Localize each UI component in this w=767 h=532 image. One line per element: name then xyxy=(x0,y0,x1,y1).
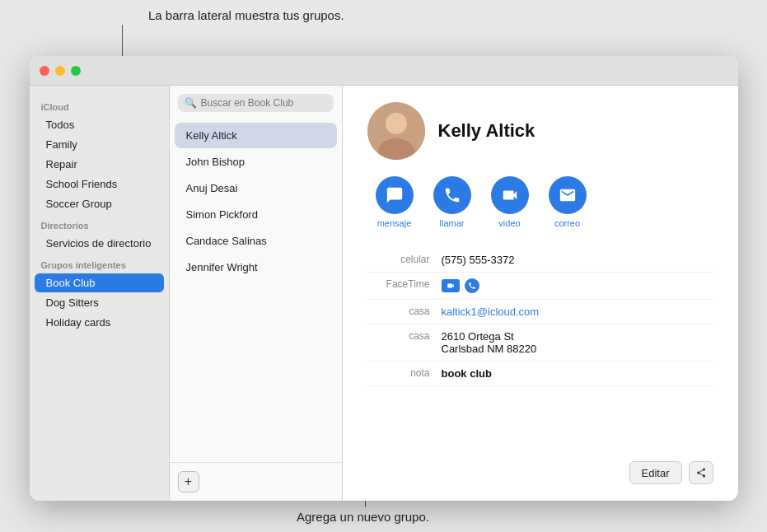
detail-footer: Editar xyxy=(367,445,713,484)
info-row-email: casa kaltick1@icloud.com xyxy=(367,300,713,324)
maximize-button[interactable] xyxy=(71,66,81,76)
action-video[interactable]: video xyxy=(491,176,529,228)
sidebar-section-directorios: Directorios Servicios de directorio xyxy=(30,214,169,253)
email-label: casa xyxy=(367,306,442,317)
contact-header: Kelly Altick xyxy=(367,102,713,160)
main-window: iCloud Todos Family Repair School Friend… xyxy=(30,56,738,501)
edit-button[interactable]: Editar xyxy=(629,461,682,484)
annotation-bottom: Agrega un nuevo grupo. xyxy=(297,510,429,524)
contact-detail: Kelly Altick mensaje llamar xyxy=(343,86,738,501)
message-label: mensaje xyxy=(377,218,412,228)
sidebar-item-soccer-group[interactable]: Soccer Group xyxy=(35,194,164,213)
sidebar-section-label-directorios: Directorios xyxy=(30,214,169,233)
action-mail[interactable]: correo xyxy=(549,176,587,228)
sidebar-item-holiday-cards[interactable]: Holiday cards xyxy=(35,313,164,332)
address-value: 2610 Ortega St Carlsbad NM 88220 xyxy=(442,330,713,355)
content-area: iCloud Todos Family Repair School Friend… xyxy=(30,86,738,501)
note-label: nota xyxy=(367,367,442,379)
email-value[interactable]: kaltick1@icloud.com xyxy=(442,306,713,318)
search-input-wrap[interactable]: 🔍 xyxy=(178,94,334,112)
add-group-button[interactable]: + xyxy=(178,471,199,492)
contacts-footer: + xyxy=(170,462,342,501)
contact-name: Kelly Altick xyxy=(438,120,535,142)
sidebar-item-repair[interactable]: Repair xyxy=(35,155,164,174)
contact-item-simon-pickford[interactable]: Simon Pickford xyxy=(175,202,337,227)
contact-item-jennifer-wright[interactable]: Jennifer Wright xyxy=(175,254,337,280)
sidebar-item-todos[interactable]: Todos xyxy=(35,115,164,134)
contact-item-kelly-altick[interactable]: Kelly Altick xyxy=(175,123,337,148)
note-value: book club xyxy=(442,367,713,380)
search-bar: 🔍 xyxy=(170,86,342,119)
message-icon xyxy=(376,176,414,214)
sidebar-section-grupos-inteligentes: Grupos inteligentes Book Club Dog Sitter… xyxy=(30,254,169,332)
search-input[interactable] xyxy=(201,97,327,109)
call-icon xyxy=(433,176,471,214)
search-icon: 🔍 xyxy=(185,97,197,109)
mail-icon xyxy=(549,176,587,214)
contact-item-john-bishop[interactable]: John Bishop xyxy=(175,149,337,175)
minimize-button[interactable] xyxy=(55,66,65,76)
info-row-celular: celular (575) 555-3372 xyxy=(367,248,713,273)
sidebar-item-family[interactable]: Family xyxy=(35,135,164,154)
titlebar xyxy=(30,56,738,86)
celular-label: celular xyxy=(367,254,442,265)
sidebar: iCloud Todos Family Repair School Friend… xyxy=(30,86,170,501)
avatar xyxy=(367,102,425,160)
video-label: video xyxy=(498,218,520,228)
sidebar-section-icloud: iCloud Todos Family Repair School Friend… xyxy=(30,96,169,213)
sidebar-section-label-grupos-inteligentes: Grupos inteligentes xyxy=(30,254,169,273)
contact-list: Kelly Altick John Bishop Anuj Desai Simo… xyxy=(170,119,342,462)
mail-label: correo xyxy=(554,218,580,228)
address-label: casa xyxy=(367,330,442,342)
info-row-address: casa 2610 Ortega St Carlsbad NM 88220 xyxy=(367,324,713,362)
action-message[interactable]: mensaje xyxy=(376,176,414,228)
sidebar-item-school-friends[interactable]: School Friends xyxy=(35,175,164,194)
facetime-phone-icon[interactable] xyxy=(465,278,479,293)
info-row-facetime: FaceTime xyxy=(367,273,713,300)
contact-item-candace-salinas[interactable]: Candace Salinas xyxy=(175,228,337,254)
close-button[interactable] xyxy=(40,66,49,76)
action-call[interactable]: llamar xyxy=(433,176,471,228)
facetime-value xyxy=(442,278,713,293)
call-label: llamar xyxy=(440,218,465,228)
celular-value[interactable]: (575) 555-3372 xyxy=(442,254,713,266)
contact-item-anuj-desai[interactable]: Anuj Desai xyxy=(175,175,337,201)
traffic-lights xyxy=(40,66,81,76)
share-button[interactable] xyxy=(689,461,713,484)
contacts-panel: 🔍 Kelly Altick John Bishop Anuj Desai Si… xyxy=(170,86,343,501)
facetime-label: FaceTime xyxy=(367,278,442,290)
facetime-video-icon[interactable] xyxy=(442,279,460,292)
info-row-note: nota book club xyxy=(367,362,713,386)
sidebar-item-dog-sitters[interactable]: Dog Sitters xyxy=(35,293,164,312)
sidebar-section-label-icloud: iCloud xyxy=(30,96,169,114)
svg-point-1 xyxy=(386,113,407,134)
action-buttons: mensaje llamar video xyxy=(367,176,713,228)
annotation-top: La barra lateral muestra tus grupos. xyxy=(148,8,344,22)
video-icon xyxy=(491,176,529,214)
sidebar-item-servicios-directorio[interactable]: Servicios de directorio xyxy=(35,234,164,253)
sidebar-item-book-club[interactable]: Book Club xyxy=(35,273,164,292)
